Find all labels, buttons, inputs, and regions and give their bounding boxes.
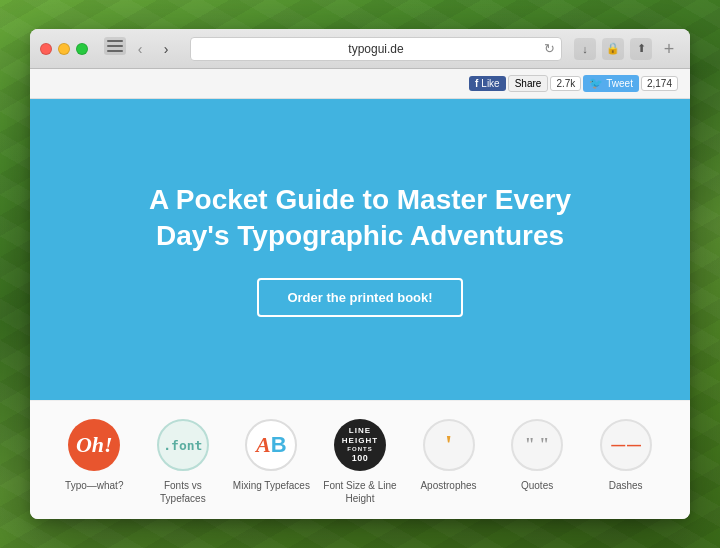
like-label: Like	[481, 78, 499, 89]
category-dashes[interactable]: — — Dashes	[586, 419, 666, 492]
forward-button[interactable]: ›	[154, 37, 178, 61]
categories-section: Oh! Typo—what? .font Fonts vs Typefaces …	[30, 400, 690, 519]
fonts-label: Fonts vs Typefaces	[143, 479, 223, 505]
category-fontsize[interactable]: LINE HEIGHT FONTS 100 Font Size & Line H…	[320, 419, 400, 505]
typo-icon: Oh!	[68, 419, 120, 471]
apostrophes-icon: '	[423, 419, 475, 471]
dashes-label: Dashes	[609, 479, 643, 492]
dashes-icon: — —	[600, 419, 652, 471]
mixing-label: Mixing Typefaces	[233, 479, 310, 492]
browser-actions: ↓ 🔒 ⬆ +	[574, 38, 680, 60]
social-bar: f Like Share 2.7k 🐦 Tweet 2,174	[30, 69, 690, 99]
apostrophes-label: Apostrophes	[420, 479, 476, 492]
nav-buttons: ‹ ›	[100, 37, 178, 61]
fonts-icon: .font	[157, 419, 209, 471]
category-quotes[interactable]: " " Quotes	[497, 419, 577, 492]
close-button[interactable]	[40, 43, 52, 55]
twitter-bird-icon: 🐦	[589, 77, 603, 90]
share-label: Share	[515, 78, 542, 89]
url-text: typogui.de	[348, 42, 403, 56]
reload-button[interactable]: ↻	[544, 41, 555, 56]
twitter-count: 2,174	[641, 76, 678, 91]
order-book-button[interactable]: Order the printed book!	[257, 278, 462, 317]
quotes-label: Quotes	[521, 479, 553, 492]
address-bar[interactable]: typogui.de ↻	[190, 37, 562, 61]
window-controls	[40, 43, 88, 55]
typo-label: Typo—what?	[65, 479, 123, 492]
facebook-icon: f	[475, 78, 478, 89]
maximize-button[interactable]	[76, 43, 88, 55]
back-button[interactable]: ‹	[128, 37, 152, 61]
sidebar-toggle[interactable]	[104, 37, 126, 55]
page-content: A Pocket Guide to Master Every Day's Typ…	[30, 99, 690, 519]
lock-icon: 🔒	[602, 38, 624, 60]
facebook-like-button[interactable]: f Like	[469, 76, 506, 91]
share-button[interactable]: ⬆	[630, 38, 652, 60]
facebook-share-button[interactable]: Share	[508, 75, 549, 92]
category-fonts[interactable]: .font Fonts vs Typefaces	[143, 419, 223, 505]
fontsize-label: Font Size & Line Height	[320, 479, 400, 505]
mixing-icon: AB	[245, 419, 297, 471]
minimize-button[interactable]	[58, 43, 70, 55]
quotes-icon: " "	[511, 419, 563, 471]
hero-title: A Pocket Guide to Master Every Day's Typ…	[120, 182, 600, 255]
facebook-count: 2.7k	[550, 76, 581, 91]
browser-window: ‹ › typogui.de ↻ ↓ 🔒 ⬆ + f Like Share 2.…	[30, 29, 690, 519]
hero-section: A Pocket Guide to Master Every Day's Typ…	[30, 99, 690, 400]
new-tab-button[interactable]: +	[658, 38, 680, 60]
download-button[interactable]: ↓	[574, 38, 596, 60]
tweet-label: Tweet	[606, 78, 633, 89]
category-apostrophes[interactable]: ' Apostrophes	[409, 419, 489, 492]
browser-titlebar: ‹ › typogui.de ↻ ↓ 🔒 ⬆ +	[30, 29, 690, 69]
twitter-tweet-button[interactable]: 🐦 Tweet	[583, 75, 639, 92]
category-typo[interactable]: Oh! Typo—what?	[54, 419, 134, 492]
category-mixing[interactable]: AB Mixing Typefaces	[231, 419, 311, 492]
fontsize-icon: LINE HEIGHT FONTS 100	[334, 419, 386, 471]
